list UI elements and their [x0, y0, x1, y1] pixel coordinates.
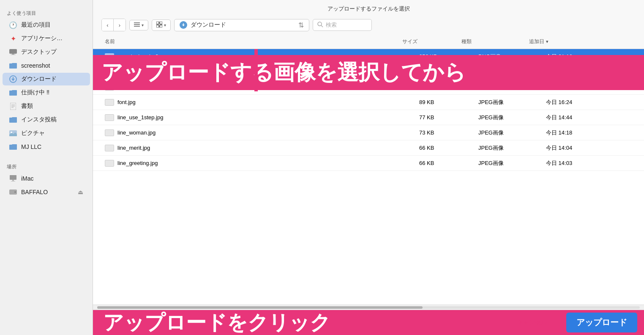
location-text: ダウンロード	[191, 21, 226, 29]
bottom-annotation-banner: アップロードをクリック キャンセル アップロード	[93, 310, 644, 335]
file-name-cell: font.jpg	[101, 99, 416, 106]
sidebar-item-desktop[interactable]: デスクトップ	[3, 46, 90, 58]
sidebar-item-mjllc[interactable]: MJ LLC	[3, 140, 90, 153]
svg-rect-2	[11, 55, 16, 55]
sidebar-item-documents[interactable]: 書類	[3, 100, 90, 113]
document-icon	[9, 102, 17, 110]
sidebar-item-baffalo[interactable]: BAFFALO ⏏	[3, 186, 90, 198]
location-button[interactable]: ダウンロード ⇅	[174, 19, 309, 31]
svg-line-26	[321, 25, 323, 27]
col-size: サイズ	[399, 36, 458, 47]
svg-rect-13	[11, 181, 15, 181]
file-kind: JPEG画像	[475, 99, 543, 106]
sidebar-item-pictures[interactable]: ピクチャ	[3, 127, 90, 140]
sort-chevron-icon: ▾	[546, 39, 548, 44]
chevron-down-icon: ▾	[142, 23, 144, 27]
dialog-title: アップロードするファイルを選択	[93, 0, 644, 16]
applications-icon: ✦	[9, 35, 17, 42]
cancel-label-hint: キャンセル	[517, 319, 547, 327]
file-size: 89 KB	[416, 99, 475, 105]
main-panel: アップロードするファイルを選択 ‹ › ▾ ▾ ダウンロード ⇅	[93, 0, 644, 335]
svg-rect-19	[156, 22, 159, 24]
bottom-annotation-text: アップロードをクリック	[93, 310, 517, 335]
sidebar-item-label: screenshot	[21, 62, 50, 69]
col-kind: 種類	[458, 36, 526, 47]
list-view-button[interactable]: ▾	[129, 20, 148, 30]
file-name: line_woman.jpg	[117, 129, 156, 136]
file-name-cell: line_merit.jpg	[101, 145, 416, 151]
table-row[interactable]: line_greeting.jpg 66 KB JPEG画像 今日 14:03	[93, 156, 644, 171]
file-name-cell: line_woman.jpg	[101, 129, 416, 136]
sidebar-item-label: iMac	[21, 175, 34, 182]
svg-point-25	[318, 22, 322, 26]
sidebar-item-applications[interactable]: ✦ アプリケーシ…	[3, 32, 90, 45]
sidebar-item-label: インスタ投稿	[21, 116, 57, 124]
file-date: 今日 14:03	[543, 159, 636, 167]
sidebar-item-imac[interactable]: iMac	[3, 172, 90, 185]
column-headers: 名前 サイズ 種類 追加日 ▾	[93, 35, 644, 49]
sidebar-item-recents[interactable]: 🕐 最近の項目	[3, 19, 90, 31]
file-size: 73 KB	[416, 129, 475, 136]
search-placeholder: 検索	[326, 21, 337, 29]
bottom-arrow-area: キャンセル アップロード	[517, 313, 637, 332]
file-size: 77 KB	[416, 114, 475, 121]
file-name-cell: line_greeting.jpg	[101, 160, 416, 167]
file-name: line_greeting.jpg	[117, 160, 158, 166]
chevron-down-icon-2: ▾	[164, 23, 166, 27]
favorites-label: よく使う項目	[0, 7, 93, 18]
file-list: sample_header2.png 356 KB PNG画像 今日 21:16…	[93, 49, 644, 305]
table-row[interactable]: line_merit.jpg 66 KB JPEG画像 今日 14:04	[93, 140, 644, 156]
sidebar-item-label: ピクチャ	[21, 129, 45, 137]
file-date: 今日 14:04	[543, 144, 636, 152]
svg-rect-22	[160, 25, 162, 27]
title-text: アップロードするファイルを選択	[327, 5, 410, 12]
table-row[interactable]: line_use_1step.jpg 77 KB JPEG画像 今日 14:44	[93, 110, 644, 125]
sidebar-item-label: 仕掛け中 ‼️	[21, 89, 49, 96]
sidebar-item-downloads[interactable]: ダウンロード	[3, 73, 90, 85]
arrow-right-icon	[551, 316, 562, 330]
pictures-icon	[9, 129, 17, 137]
upload-button-annotation[interactable]: アップロード	[566, 313, 637, 332]
scrollbar-thumb[interactable]	[97, 306, 423, 309]
file-name: font.jpg	[117, 99, 136, 105]
search-box[interactable]: 検索	[313, 19, 372, 31]
col-name: 名前	[101, 36, 399, 47]
file-name: line_merit.jpg	[117, 145, 150, 151]
sidebar-item-screenshot[interactable]: screenshot	[3, 59, 90, 72]
file-name: line_use_1step.jpg	[117, 114, 163, 121]
grid-icon	[156, 22, 162, 29]
file-thumbnail-icon	[105, 129, 114, 136]
places-label: 場所	[0, 160, 93, 172]
file-kind: JPEG画像	[475, 114, 543, 121]
file-kind: JPEG画像	[475, 144, 543, 152]
arrow-shaft	[254, 49, 258, 91]
top-annotation-banner: アップロードする画像を選択してから	[93, 55, 644, 90]
file-thumbnail-icon	[105, 145, 114, 151]
grid-view-button[interactable]: ▾	[152, 19, 171, 31]
folder-icon	[9, 62, 17, 69]
sidebar-item-label: 書類	[21, 102, 33, 110]
forward-button[interactable]: ›	[114, 19, 126, 31]
file-list-wrapper: sample_header2.png 356 KB PNG画像 今日 21:16…	[93, 49, 644, 310]
desktop-icon	[9, 48, 17, 56]
file-thumbnail-icon	[105, 99, 114, 106]
clock-icon: 🕐	[9, 21, 17, 29]
sidebar: よく使う項目 🕐 最近の項目 ✦ アプリケーシ… デスクトップ screensh…	[0, 0, 93, 335]
sidebar-item-label: ダウンロード	[21, 75, 57, 83]
list-icon	[134, 22, 140, 28]
back-button[interactable]: ‹	[102, 19, 114, 31]
scrollbar-track	[97, 306, 640, 309]
file-date: 今日 16:24	[543, 99, 636, 106]
sidebar-item-label: デスクトップ	[21, 48, 57, 56]
col-date[interactable]: 追加日 ▾	[526, 36, 619, 47]
file-size: 66 KB	[416, 160, 475, 166]
sidebar-item-in-progress[interactable]: 仕掛け中 ‼️	[3, 86, 90, 99]
horizontal-scrollbar[interactable]	[93, 305, 644, 310]
file-thumbnail-icon	[105, 114, 114, 121]
file-kind: JPEG画像	[475, 159, 543, 167]
sidebar-item-instagram[interactable]: インスタ投稿	[3, 113, 90, 126]
eject-icon[interactable]: ⏏	[78, 189, 83, 195]
table-row[interactable]: line_woman.jpg 73 KB JPEG画像 今日 14:18	[93, 125, 644, 140]
sidebar-item-label: アプリケーシ…	[21, 35, 63, 42]
table-row[interactable]: font.jpg 89 KB JPEG画像 今日 16:24	[93, 95, 644, 110]
